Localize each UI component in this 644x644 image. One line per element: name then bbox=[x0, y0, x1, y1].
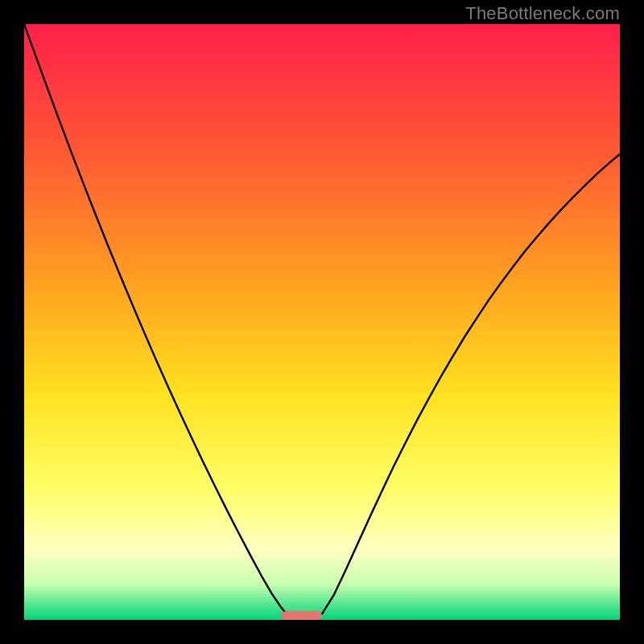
bottleneck-marker bbox=[282, 611, 322, 620]
watermark-text: TheBottleneck.com bbox=[465, 3, 620, 24]
bottleneck-marker-group bbox=[282, 611, 322, 620]
chart-background bbox=[24, 24, 620, 620]
chart-frame: TheBottleneck.com bbox=[0, 0, 644, 644]
chart-plot-area bbox=[24, 24, 620, 620]
chart-svg bbox=[24, 24, 620, 620]
